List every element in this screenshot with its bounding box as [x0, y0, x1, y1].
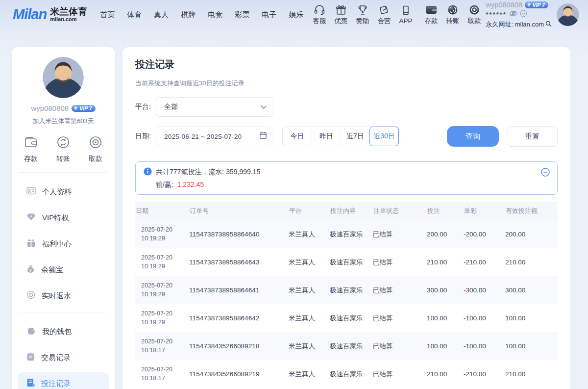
cell-valid: 100.00 — [505, 342, 558, 350]
rebate-circle-icon — [26, 290, 35, 301]
chevron-down-circle-icon[interactable] — [520, 10, 527, 19]
cell-content: 极速百家乐 — [330, 370, 373, 379]
partner-button[interactable]: 合营 — [378, 4, 391, 26]
sidebar-item-rebate[interactable]: 实时返水 — [18, 285, 109, 307]
cell-bet: 200.00 — [427, 231, 464, 238]
avatar[interactable] — [557, 3, 579, 26]
nav-item[interactable]: 彩票 — [235, 10, 249, 20]
sidebar-menu: 个人资料 VIP特权 福利中心 余额宝 实时返水 我的钱包 交易记录 — [12, 173, 115, 389]
sponsor-button[interactable]: 赞助 — [356, 4, 369, 26]
sidebar-item-yuebao[interactable]: 余额宝 — [18, 259, 109, 281]
table-header-cell: 日期 — [135, 207, 189, 215]
loss-label: 输/赢: — [156, 181, 173, 188]
trophy-icon — [357, 4, 368, 15]
nav-item[interactable]: 娱乐 — [289, 10, 303, 20]
transfer-dark-button[interactable]: 转账 — [446, 4, 460, 26]
sidebar-item-transactions[interactable]: 交易记录 — [18, 346, 109, 369]
cell-content: 极速百家乐 — [330, 230, 373, 239]
balance-mask: ****** — [486, 11, 507, 18]
promo-button[interactable]: 优惠 — [335, 4, 348, 26]
gift-icon — [335, 4, 347, 15]
cell-order-no: 1154738435266089219 — [189, 370, 289, 378]
cell-bet: 100.00 — [427, 314, 464, 322]
deposit-button[interactable]: 存款 — [425, 4, 438, 26]
cell-payout: -100.00 — [464, 314, 505, 322]
info-icon — [144, 167, 152, 177]
logo-cn-text: 米兰体育 — [50, 7, 87, 17]
quick-date-button[interactable]: 近7日 — [341, 127, 369, 146]
platform-select[interactable]: 全部 — [156, 97, 273, 117]
cell-bet: 300.00 — [427, 286, 464, 294]
brand-logo[interactable]: Milan 米兰体育 milan.com — [13, 7, 87, 22]
cell-status: 已结算 — [373, 230, 427, 239]
cell-payout: -300.00 — [464, 286, 505, 294]
support-button[interactable]: 客服 — [313, 4, 326, 26]
nav-item[interactable]: 电竞 — [208, 10, 222, 20]
sidebar-withdraw-button[interactable]: 取款 — [88, 135, 103, 163]
cell-datetime: 2025-07-2010:19:29 — [135, 254, 189, 271]
cell-payout: -210.00 — [464, 259, 505, 266]
quick-date-group: 今日 昨日 近7日 近30日 — [282, 127, 399, 146]
app-button[interactable]: APP — [399, 5, 413, 25]
cell-platform: 米兰真人 — [289, 286, 330, 295]
magnifier-icon[interactable] — [545, 21, 552, 28]
quick-date-button[interactable]: 今日 — [283, 127, 312, 146]
headset-icon — [314, 4, 325, 15]
nav-item[interactable]: 首页 — [100, 10, 115, 20]
nav-item[interactable]: 棋牌 — [181, 10, 196, 20]
cell-status: 已结算 — [373, 342, 427, 351]
join-days-text: 加入米兰体育第603天 — [12, 117, 115, 126]
sidebar-username: wyp080808 — [31, 104, 69, 112]
date-range-input[interactable]: 2025-06-21 ~ 2025-07-20 — [156, 127, 273, 146]
table-row[interactable]: 2025-07-2010:18:17 1154738435266089218 米… — [135, 332, 558, 360]
cell-valid: 200.00 — [505, 231, 558, 238]
withdraw-outline-icon — [88, 135, 103, 151]
collapse-icon[interactable] — [540, 167, 550, 179]
search-button[interactable]: 查询 — [447, 126, 499, 147]
user-summary[interactable]: wyp080808 VIP 7 ****** 永久网址: milan.com — [486, 1, 552, 29]
table-row[interactable]: 2025-07-2010:19:29 1154738738958864640 米… — [135, 220, 558, 248]
cell-platform: 米兰真人 — [289, 230, 330, 239]
cell-datetime: 2025-07-2010:18:17 — [135, 337, 189, 355]
cell-payout: -100.00 — [464, 342, 505, 350]
cell-valid: 100.00 — [505, 314, 558, 322]
table-header-cell: 派彩 — [464, 207, 505, 215]
table-row[interactable]: 2025-07-2010:19:29 1154738738958864641 米… — [135, 276, 558, 304]
cell-datetime: 2025-07-2010:18:17 — [135, 365, 189, 383]
page-title: 投注记录 — [135, 58, 558, 71]
sidebar-item-profile[interactable]: 个人资料 — [18, 181, 109, 203]
sidebar-item-wallet[interactable]: 我的钱包 — [18, 320, 109, 343]
eye-off-icon[interactable] — [509, 10, 517, 19]
table-row[interactable]: 2025-07-2010:19:29 1154738738958864643 米… — [135, 248, 558, 276]
reset-button[interactable]: 重置 — [507, 126, 558, 147]
table-row[interactable]: 2025-07-2010:18:17 1154738435266089219 米… — [135, 360, 558, 388]
bet-record-icon — [26, 378, 35, 389]
cell-status: 已结算 — [373, 370, 427, 379]
table-header-cell: 订单号 — [189, 207, 289, 215]
cell-order-no: 1154738738958864640 — [189, 231, 289, 238]
sidebar-item-welfare[interactable]: 福利中心 — [18, 233, 109, 255]
sidebar-transfer-button[interactable]: 转账 — [56, 135, 71, 163]
cell-valid: 210.00 — [505, 370, 558, 378]
platform-value: 全部 — [164, 103, 260, 111]
money-bag-icon — [26, 265, 35, 275]
clipboard-icon — [26, 352, 35, 363]
sidebar-menu-divider — [20, 312, 107, 312]
diamond-icon — [26, 213, 36, 223]
sidebar-item-bets[interactable]: 投注记录 — [18, 372, 109, 389]
quick-date-button[interactable]: 近30日 — [369, 127, 398, 146]
date-range-value: 2025-06-21 ~ 2025-07-20 — [164, 133, 259, 140]
table-header-cell: 注单状态 — [373, 207, 427, 215]
nav-item[interactable]: 真人 — [154, 10, 169, 20]
withdraw-dark-button[interactable]: 取款 — [468, 4, 481, 26]
nav-item[interactable]: 电子 — [262, 10, 276, 20]
table-row[interactable]: 2025-07-2010:19:29 1154738738958864642 米… — [135, 304, 558, 332]
sidebar-item-vip[interactable]: VIP特权 — [18, 207, 109, 229]
main-panel: 投注记录 当前系统支持查询最近30日的投注记录 平台: 全部 日期: 2025-… — [122, 47, 570, 389]
sidebar-deposit-button[interactable]: 存款 — [24, 135, 38, 163]
nav-item[interactable]: 体育 — [127, 10, 142, 20]
sidebar-avatar[interactable] — [43, 57, 84, 98]
quick-date-button[interactable]: 昨日 — [312, 127, 341, 146]
platform-label: 平台: — [135, 103, 156, 111]
table-header-cell: 平台 — [289, 207, 330, 215]
